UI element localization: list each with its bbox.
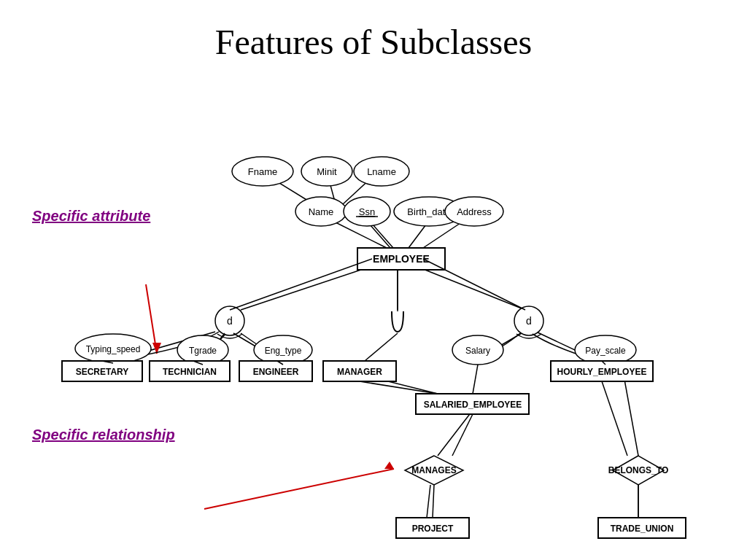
svg-text:SECRETARY: SECRETARY	[76, 367, 129, 377]
svg-text:MANAGES: MANAGES	[411, 465, 456, 475]
svg-text:HOURLY_EMPLOYEE: HOURLY_EMPLOYEE	[557, 367, 647, 377]
svg-line-29	[204, 469, 394, 509]
svg-line-95	[423, 259, 525, 310]
svg-text:Lname: Lname	[367, 166, 396, 177]
svg-text:Birth_date: Birth_date	[407, 206, 450, 217]
svg-line-10	[416, 266, 525, 310]
er-diagram: Fname Minit Lname Name Ssn Birth_date Ad…	[0, 69, 747, 560]
svg-text:ENGINEER: ENGINEER	[253, 367, 299, 377]
svg-line-89	[433, 485, 434, 518]
svg-text:Pay_scale: Pay_scale	[585, 346, 626, 356]
svg-text:Typing_speed: Typing_speed	[86, 344, 141, 354]
svg-text:SALARIED_EMPLOYEE: SALARIED_EMPLOYEE	[424, 400, 522, 410]
svg-text:Ssn: Ssn	[359, 206, 375, 217]
svg-line-79	[473, 365, 478, 394]
svg-line-17	[365, 333, 398, 361]
svg-text:Fname: Fname	[248, 166, 277, 177]
svg-text:Salary: Salary	[465, 346, 490, 356]
svg-line-8	[241, 266, 372, 310]
svg-text:MANAGER: MANAGER	[337, 367, 382, 377]
svg-line-83	[452, 414, 473, 456]
svg-line-80	[360, 381, 438, 394]
svg-text:Eng_type: Eng_type	[265, 346, 302, 356]
svg-text:Address: Address	[457, 206, 492, 217]
svg-text:PROJECT: PROJECT	[412, 524, 454, 534]
svg-text:BELONGS_TO: BELONGS_TO	[608, 465, 668, 475]
svg-line-93	[230, 259, 372, 310]
svg-text:TRADE_UNION: TRADE_UNION	[611, 524, 674, 534]
svg-line-25	[624, 376, 638, 456]
svg-text:Minit: Minit	[317, 166, 337, 177]
svg-text:EMPLOYEE: EMPLOYEE	[373, 253, 430, 265]
svg-line-24	[427, 485, 430, 518]
svg-line-86	[602, 381, 627, 456]
svg-text:Name: Name	[309, 206, 334, 217]
svg-marker-30	[384, 462, 394, 469]
svg-text:d: d	[227, 315, 233, 327]
svg-text:d: d	[526, 315, 532, 327]
diagram-container: Specific attribute Specific relationship	[0, 69, 747, 560]
page-title: Features of Subclasses	[0, 0, 747, 69]
svg-text:Tgrade: Tgrade	[189, 346, 217, 356]
svg-text:TECHNICIAN: TECHNICIAN	[163, 367, 217, 377]
